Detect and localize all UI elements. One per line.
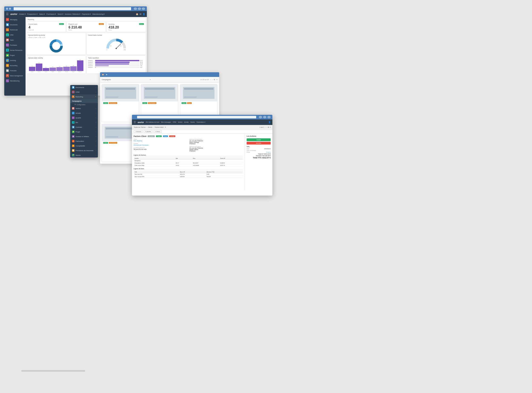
inv-nav-facturation[interactable]: Facturation ▾ <box>197 121 205 123</box>
stat-current-tasks: Current tasks Done 4 Tasks left <box>27 22 65 32</box>
chevron-projet: ‹ <box>96 131 96 133</box>
info-projet-value[interactable]: Projet a <box>266 152 271 153</box>
nav-clients[interactable]: Clients <box>148 127 152 128</box>
nav-manufacturing[interactable]: Manufacturing ▾ <box>92 13 105 15</box>
sidebar-item-purchases[interactable]: 🛒 Purchases <box>4 43 25 48</box>
sidebar-item-project[interactable]: 📁 Project <box>4 53 25 58</box>
sidebar-item-sales[interactable]: 📊 Sales <box>4 37 25 43</box>
client-value[interactable]: ESL Banking <box>134 140 187 142</box>
nav-prospection[interactable]: Prospection ▾ <box>27 13 37 15</box>
menu-item-ventes[interactable]: 📊 Ventes ‹ <box>70 106 98 111</box>
status-annule[interactable]: Annulé <box>169 135 175 137</box>
sidebar-item-documents[interactable]: 📄 Documents <box>4 22 25 27</box>
status-brouillon[interactable]: Brouillon <box>148 135 155 137</box>
inv-user-icon[interactable]: 👤 <box>268 121 271 123</box>
sidebar-item-crm[interactable]: 👥 CRM <box>4 32 25 37</box>
col-montant-tva: Montant TVA <box>206 171 243 173</box>
documents-menu-icon: 📄 <box>72 86 75 89</box>
bar-col-7: 8.0 Mensuel <box>77 59 83 72</box>
menu-label-gestion: Gestion à l'Affaire <box>75 136 89 138</box>
menu-item-contrats[interactable]: 📋 Contrats ‹ <box>70 125 98 129</box>
hamburger-icon[interactable]: ☰ <box>6 12 9 16</box>
inv-nav-stocks[interactable]: Stocks <box>191 121 195 123</box>
view-list-icon[interactable]: ≡ <box>270 127 271 128</box>
sidebar-item-invoicing[interactable]: 💰 Invoicing <box>4 58 25 63</box>
sidebar-item-messaging[interactable]: ✉ Messaging <box>4 17 25 22</box>
nav-toutes-taches[interactable]: Toutes les Tâches <box>134 127 146 128</box>
nav-purchases[interactable]: Purchases ▾ <box>46 13 56 15</box>
menu-item-campagnes[interactable]: Campagnes <box>70 99 98 103</box>
annuler-button[interactable]: Annuler <box>247 142 271 145</box>
inv-nav-toutes[interactable]: Mon tableau de bord <box>146 121 159 123</box>
sidebar-item-forecasts[interactable]: 📈 Forecasts <box>4 68 25 73</box>
menu-item-projet[interactable]: 📁 Projet ‹ <box>70 129 98 134</box>
inv-nav-crm[interactable]: CRM <box>173 121 176 123</box>
menu-label-qualite: Qualité <box>75 117 81 119</box>
sidebar-item-stock[interactable]: 📦 Stock management <box>4 73 25 78</box>
nav-items: Create ▾ Prospection ▾ Sales ▾ Purchases… <box>19 13 134 15</box>
valider-button[interactable]: Valider <box>247 138 271 141</box>
info-projet-row: Projet Projet a <box>247 152 271 153</box>
star-icon-cards[interactable]: ★ <box>106 74 107 76</box>
grid-view-btn[interactable]: ⊞ <box>214 79 215 81</box>
menu-item-rh[interactable]: 👤 RH ‹ <box>70 120 98 125</box>
menu-label-rh: RH <box>75 122 78 123</box>
view-grid-icon[interactable]: ⊞ <box>268 127 269 128</box>
mail-icon[interactable]: ✉ <box>140 13 141 15</box>
sales-icon: 📊 <box>6 39 9 41</box>
invoice-line-1: Prestations Juillet 25.77 85.21047 2198.… <box>134 162 243 164</box>
inv-url-bar[interactable] <box>137 116 256 118</box>
status-valide[interactable]: Validé <box>156 135 161 137</box>
pagination-next[interactable]: › <box>266 127 267 128</box>
url-bar[interactable] <box>14 7 131 10</box>
sidebar-item-accounting[interactable]: 📒 Accounting <box>4 63 25 68</box>
menu-item-previsions[interactable]: 📈 Prévisions de trésorerie ‹ <box>70 148 98 153</box>
inv-nav-achats[interactable]: Achats <box>184 121 189 123</box>
sidebar-item-hr[interactable]: 👤 Human Resources <box>4 48 25 53</box>
close-icon-tab[interactable]: ✕ <box>150 79 151 81</box>
invoice-right-col: Adresse de facturation 10, rue des Plata… <box>189 139 243 153</box>
inv-nav-ventes[interactable]: Ventes <box>178 121 182 123</box>
menu-item-documents[interactable]: 📄 Documents ‹ <box>70 85 98 90</box>
menu-item-stocks[interactable]: 📦 Stocks ‹ <box>70 153 98 157</box>
menu-item-achats[interactable]: 🛒 Achats ‹ <box>70 111 98 115</box>
retour-button[interactable]: ↩ Retour <box>153 130 162 133</box>
menu-item-gestion[interactable]: 🏢 Gestion à l'Affaire ‹ <box>70 134 98 139</box>
badge-client-3: Client <box>181 102 186 104</box>
list-view-btn[interactable]: ≡ <box>216 79 217 81</box>
contact-value[interactable]: Demeneval Christesen <box>134 144 187 146</box>
status-paye[interactable]: Payé <box>163 135 168 137</box>
menu-label-documents: Documents <box>75 87 84 88</box>
inv-nav-messages[interactable]: Mes messages <box>161 121 171 123</box>
col-tva: TVA <box>134 171 179 173</box>
info-projet-label: Projet <box>247 152 250 153</box>
modifier-button[interactable]: ✎ Modifier <box>144 130 153 133</box>
nav-invoices[interactable]: Invoices / Refunds ▾ <box>65 13 80 15</box>
home-icon-cards[interactable]: 🏠 <box>102 74 104 76</box>
menu-item-facturation[interactable]: 💰 Facturation ‹ <box>70 139 98 143</box>
pagination-prev[interactable]: ‹ <box>265 127 265 128</box>
sidebar-item-manufacturing[interactable]: 🔧 Manufacturing <box>4 78 25 83</box>
sidebar-item-referencial[interactable]: ⚙ Referencial <box>4 27 25 32</box>
montant-tva-value: 430.38 € <box>265 155 271 157</box>
inv-hamburger-icon[interactable]: ☰ <box>134 121 136 124</box>
menu-item-comptabilite[interactable]: 📒 Comptabilité ‹ <box>70 143 98 148</box>
nav-sales[interactable]: Sales ▾ <box>39 13 45 15</box>
home-icon[interactable]: 🏠 <box>136 13 138 15</box>
nouveau-button[interactable]: + Nouveau <box>134 130 143 133</box>
bar-col-2: 1.0 Urgent <box>43 67 49 72</box>
nav-close-tab[interactable]: ✕ <box>165 127 166 128</box>
menu-item-configuration[interactable]: ⚙ Configuration <box>70 103 98 106</box>
menu-item-marketing[interactable]: 📢 Marketing ▾ <box>70 94 98 99</box>
prev-page-btn[interactable]: ‹ <box>210 79 211 81</box>
nav-facture-client[interactable]: Facture client <box>155 127 163 128</box>
nav-create[interactable]: Create ▾ <box>19 13 25 15</box>
menu-item-qualite[interactable]: ✔ Qualité ‹ <box>70 115 98 120</box>
next-page-btn[interactable]: › <box>212 79 213 81</box>
card-img-inner-1 <box>105 87 136 99</box>
svg-text:0: 0 <box>107 49 107 50</box>
user-icon[interactable]: 👤 <box>143 13 145 15</box>
menu-item-crm[interactable]: 👥 CRM ‹ <box>70 90 98 94</box>
nav-payments[interactable]: Payments ▾ <box>82 13 91 15</box>
nav-stock[interactable]: Stock ▾ <box>57 13 63 15</box>
